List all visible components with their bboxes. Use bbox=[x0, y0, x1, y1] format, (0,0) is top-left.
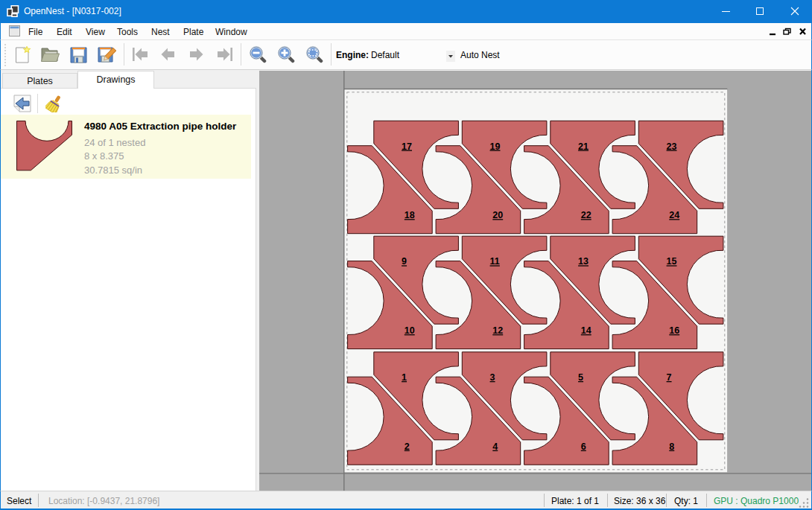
svg-text:17: 17 bbox=[402, 141, 412, 152]
svg-text:13: 13 bbox=[578, 256, 589, 267]
svg-text:15: 15 bbox=[667, 256, 677, 267]
svg-text:23: 23 bbox=[667, 141, 677, 152]
svg-text:2: 2 bbox=[405, 442, 410, 452]
svg-text:24: 24 bbox=[669, 210, 679, 220]
svg-text:22: 22 bbox=[581, 210, 591, 220]
svg-text:20: 20 bbox=[492, 210, 503, 220]
svg-text:3: 3 bbox=[490, 372, 495, 383]
svg-text:5: 5 bbox=[578, 372, 583, 383]
svg-text:9: 9 bbox=[402, 256, 407, 267]
svg-text:8: 8 bbox=[669, 442, 674, 452]
svg-text:4: 4 bbox=[492, 442, 498, 452]
svg-text:10: 10 bbox=[405, 325, 415, 336]
svg-text:11: 11 bbox=[490, 256, 500, 267]
svg-text:19: 19 bbox=[490, 141, 501, 152]
svg-text:16: 16 bbox=[669, 325, 679, 336]
svg-text:12: 12 bbox=[492, 325, 503, 336]
svg-text:18: 18 bbox=[405, 210, 415, 220]
svg-text:7: 7 bbox=[667, 372, 672, 383]
svg-text:1: 1 bbox=[402, 372, 407, 383]
svg-text:14: 14 bbox=[581, 325, 591, 336]
svg-text:21: 21 bbox=[578, 141, 589, 152]
svg-text:6: 6 bbox=[581, 442, 586, 452]
